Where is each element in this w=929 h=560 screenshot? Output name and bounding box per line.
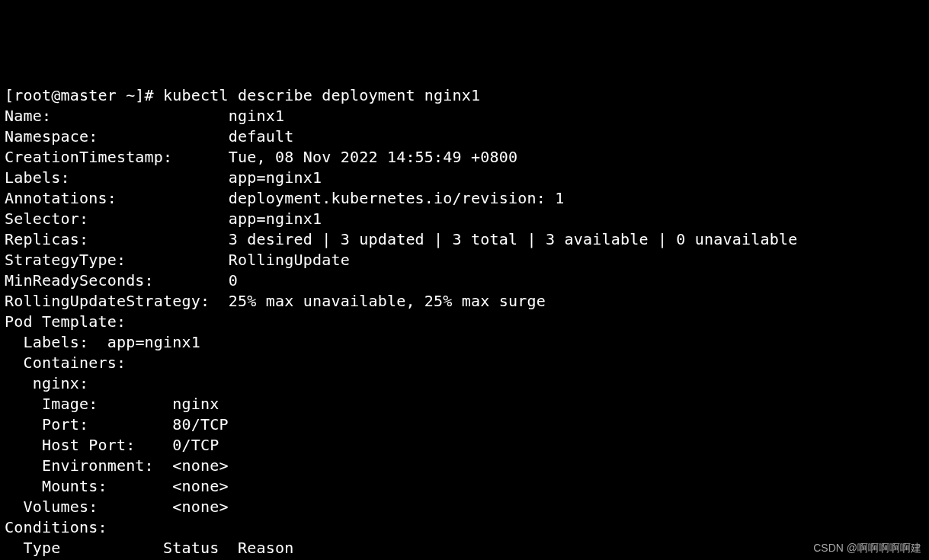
field-value-Name: nginx1	[229, 107, 284, 125]
field-value-StrategyType: RollingUpdate	[229, 251, 350, 269]
conditions-col-type-text: Type	[23, 539, 60, 557]
field-value-Annotations: deployment.kubernetes.io/revision: 1	[229, 189, 565, 207]
field-value-Namespace: default	[229, 127, 294, 146]
field-value-Selector: app=nginx1	[229, 210, 322, 228]
field-name-Name: Name:	[5, 107, 229, 125]
conditions-col-type	[5, 539, 23, 557]
pod-template-labels-label: Labels:	[5, 333, 107, 351]
pod-template-header: Pod Template:	[5, 312, 126, 331]
container-env-label: Environment:	[5, 456, 172, 475]
pod-template-labels-value: app=nginx1	[107, 333, 200, 351]
container-hostport-label: Host Port:	[5, 436, 172, 454]
container-image-value: nginx	[172, 395, 219, 413]
field-value-Labels: app=nginx1	[229, 168, 322, 187]
field-name-MinReadySeconds: MinReadySeconds:	[5, 271, 229, 290]
shell-prompt: [root@master ~]#	[5, 86, 163, 104]
container-port-value: 80/TCP	[172, 415, 228, 434]
container-name	[5, 374, 33, 392]
conditions-header: Conditions:	[5, 518, 107, 536]
watermark: CSDN @啊啊啊啊啊建	[813, 541, 921, 555]
conditions-col-status-text: Status	[163, 539, 219, 557]
container-name-text: nginx:	[33, 374, 88, 392]
container-image-label: Image:	[5, 395, 172, 413]
field-name-Annotations: Annotations:	[5, 189, 229, 207]
conditions-col-gap2	[219, 539, 238, 557]
field-value-Replicas: 3 desired | 3 updated | 3 total | 3 avai…	[229, 230, 798, 248]
pod-template-containers-header-text: Containers:	[23, 354, 126, 372]
field-name-CreationTimestamp: CreationTimestamp:	[5, 148, 229, 166]
container-port-label: Port:	[5, 415, 172, 434]
field-name-Labels: Labels:	[5, 168, 229, 187]
container-env-value: <none>	[172, 456, 228, 475]
container-mounts-value: <none>	[172, 477, 228, 495]
container-mounts-label: Mounts:	[5, 477, 172, 495]
field-value-RollingUpdateStrategy: 25% max unavailable, 25% max surge	[229, 292, 546, 310]
pod-template-containers-header	[5, 354, 23, 372]
container-hostport-value: 0/TCP	[172, 436, 219, 454]
field-value-CreationTimestamp: Tue, 08 Nov 2022 14:55:49 +0800	[229, 148, 517, 166]
field-name-Replicas: Replicas:	[5, 230, 229, 248]
field-name-Selector: Selector:	[5, 210, 229, 228]
field-name-RollingUpdateStrategy: RollingUpdateStrategy:	[5, 292, 229, 310]
volumes-label: Volumes:	[5, 498, 172, 516]
volumes-value: <none>	[172, 498, 228, 516]
command-line[interactable]: kubectl describe deployment nginx1	[163, 86, 480, 104]
field-name-Namespace: Namespace:	[5, 127, 229, 146]
conditions-col-gap1	[60, 539, 163, 557]
conditions-col-reason-text: Reason	[238, 539, 293, 557]
field-name-StrategyType: StrategyType:	[5, 251, 229, 269]
field-value-MinReadySeconds: 0	[229, 271, 238, 290]
